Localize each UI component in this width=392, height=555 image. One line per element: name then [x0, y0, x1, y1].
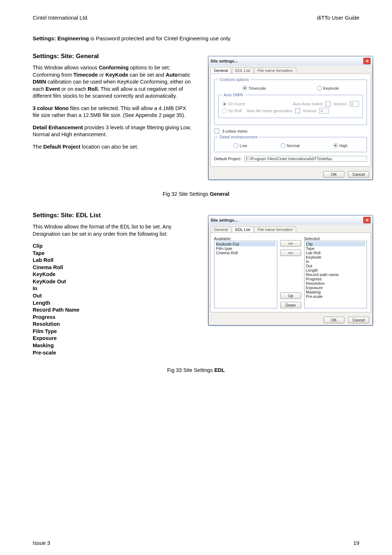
edl-p1: This Window allows the format of the EDL…: [33, 223, 194, 238]
list-item[interactable]: Length: [306, 268, 366, 272]
general-p2: 3 colour Mono files can be selected. Thi…: [33, 105, 194, 119]
timeout-label-2: timeout: [303, 109, 316, 113]
close-icon[interactable]: ✕: [363, 217, 371, 223]
list-item[interactable]: Film type: [216, 246, 275, 251]
list-item: Masking: [33, 342, 194, 349]
tab-file-name-formation[interactable]: File name formation: [254, 226, 296, 232]
auto-area-select-checkbox: [326, 101, 331, 106]
radio-on-event: On Event: [222, 102, 245, 106]
ok-button[interactable]: OK: [323, 317, 344, 323]
three-colour-mono-checkbox[interactable]: [214, 129, 219, 134]
tab-file-name-formation[interactable]: File name formation: [254, 67, 296, 73]
dialog-title-edl: Site settings…: [211, 218, 238, 222]
list-item[interactable]: Keykode: [306, 255, 366, 259]
designation-list: ClipTapeLab RollCinema RollKeyKodeKeyKod…: [33, 243, 194, 356]
list-item: Film Type: [33, 328, 194, 335]
selected-listbox[interactable]: ClipTapeLab RollKeykodeInOutLengthRecord…: [304, 241, 367, 308]
page-number: 19: [353, 540, 359, 546]
list-item: Tape: [33, 250, 194, 257]
list-item: In: [33, 285, 194, 292]
list-item: KeyKode: [33, 271, 194, 278]
dialog-title: Site settings…: [211, 59, 238, 63]
timeout-input-2: 0: [319, 108, 328, 114]
radio-timecode[interactable]: Timecode: [242, 86, 266, 90]
list-item[interactable]: Cinema Roll: [216, 251, 275, 255]
general-p3: Detail Enhancement provides 3 levels of …: [33, 124, 194, 138]
radio-keykode[interactable]: Keykode: [317, 86, 339, 90]
tab-general[interactable]: General: [211, 67, 231, 73]
general-p1: This Window allows various Conforming op…: [33, 64, 194, 100]
list-item: Pre-scale: [33, 349, 194, 357]
list-item[interactable]: Out: [306, 264, 366, 268]
radio-normal[interactable]: Normal: [281, 143, 299, 148]
auto-file-name-checkbox: [295, 108, 300, 113]
list-item: Resolution: [33, 321, 194, 328]
list-item[interactable]: Tape: [306, 246, 366, 251]
list-item[interactable]: Clip: [306, 242, 366, 246]
list-item[interactable]: Masking: [306, 290, 366, 294]
auto-dmin-group: Auto DMIN On Event Auto Area Select time…: [218, 93, 363, 118]
list-item[interactable]: Record path name: [306, 272, 366, 277]
list-item[interactable]: Progress: [306, 277, 366, 281]
list-item: Progress: [33, 314, 194, 321]
conform-legend: Conform options: [218, 77, 250, 82]
site-settings-dialog-general: Site settings… ✕ General EDL List File n…: [208, 56, 373, 180]
list-item: KeyKode Out: [33, 278, 194, 285]
section-title-general: Settings: Site: General: [33, 52, 194, 61]
issue-number: Issue 3: [33, 540, 50, 546]
list-item[interactable]: In: [306, 259, 366, 264]
list-item[interactable]: Lab Roll: [306, 251, 366, 255]
cancel-button[interactable]: Cancel: [348, 317, 369, 323]
general-p4: The Default Project location can also be…: [33, 143, 194, 151]
default-project-input[interactable]: C:\Program Files\Cintel International\di…: [244, 156, 367, 162]
three-colour-mono-row: 3 colour mono: [214, 129, 367, 134]
up-button[interactable]: Up: [280, 292, 301, 299]
figure-caption-33: Fig 33 Site Settings EDL: [33, 367, 359, 373]
detail-legend: Detail ennhancement: [218, 135, 259, 139]
detail-enhancement-group: Detail ennhancement Low Normal High: [214, 135, 367, 152]
engineering-line: Settings: Engineering is Password protec…: [33, 35, 359, 41]
auto-area-select-label: Auto Area Select: [293, 102, 323, 106]
three-colour-mono-label: 3 colour mono: [222, 129, 248, 133]
section-title-edl: Settings: Site: EDL List: [33, 211, 194, 220]
company-header: Cintel International Ltd.: [33, 15, 89, 21]
add-button[interactable]: >>: [280, 240, 301, 247]
down-button[interactable]: Down: [280, 302, 301, 308]
timeout-label-1: timeout: [334, 102, 347, 106]
default-project-label: Default Project:: [214, 157, 241, 161]
list-item: Clip: [33, 243, 194, 250]
selected-label: Selected:: [304, 236, 367, 241]
list-item: Length: [33, 300, 194, 307]
cancel-button[interactable]: Cancel: [348, 171, 369, 178]
tab-general[interactable]: General: [211, 226, 231, 232]
list-item[interactable]: Exposure: [306, 285, 366, 290]
tab-edl-list[interactable]: EDL List: [232, 67, 253, 73]
timeout-input-1: 0: [350, 101, 359, 107]
remove-button[interactable]: <<: [280, 250, 301, 256]
radio-low[interactable]: Low: [233, 143, 247, 148]
list-item: Out: [33, 292, 194, 300]
list-item: Exposure: [33, 335, 194, 342]
list-item[interactable]: Pre-scale: [306, 294, 366, 299]
auto-file-name-label: Auto file name generation: [247, 109, 292, 113]
ok-button[interactable]: OK: [323, 171, 344, 178]
list-item[interactable]: Keykode Out: [216, 242, 275, 246]
radio-high[interactable]: High: [333, 143, 348, 148]
site-settings-dialog-edl: Site settings… ✕ General EDL List File n…: [208, 215, 373, 326]
tab-edl-list[interactable]: EDL List: [232, 226, 253, 232]
radio-on-roll: On Roll: [222, 109, 242, 113]
close-icon[interactable]: ✕: [363, 58, 371, 64]
list-item: Record Path Name: [33, 307, 194, 314]
available-listbox[interactable]: Keykode OutFilm typeCinema Roll: [214, 241, 277, 308]
doc-header: diTTo User Guide: [317, 15, 359, 21]
list-item: Cinema Roll: [33, 264, 194, 271]
figure-caption-32: Fig 32 Site Settings General: [33, 191, 359, 197]
conform-options-group: Conform options Timecode Keykode Auto DM…: [214, 77, 367, 125]
auto-dmin-legend: Auto DMIN: [222, 93, 245, 97]
available-label: Available:: [214, 236, 277, 241]
list-item: Lab Roll: [33, 257, 194, 264]
list-item[interactable]: Resolution: [306, 281, 366, 285]
